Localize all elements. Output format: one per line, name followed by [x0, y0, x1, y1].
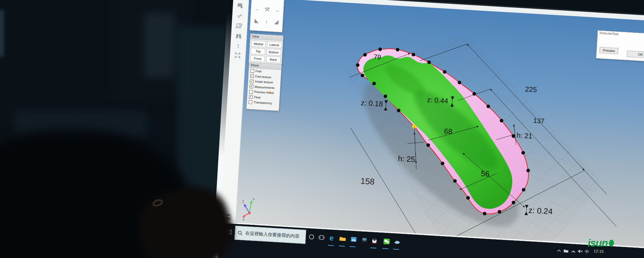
- screen-glare: [235, 99, 422, 234]
- isun-logo: isun: [588, 237, 615, 249]
- open-app-underline: [393, 249, 399, 250]
- pan-right-icon[interactable]: →: [272, 4, 282, 16]
- checkbox[interactable]: ✓: [250, 79, 254, 83]
- qq-chat-icon[interactable]: [370, 236, 379, 245]
- checkbox[interactable]: ✓: [249, 95, 253, 99]
- checkbox[interactable]: ✓: [250, 84, 254, 88]
- photo-of-monitor: { "app": { "nav_pad": { "glyphs": ["↺","…: [0, 0, 644, 258]
- vertical-resize-icon[interactable]: ↕: [230, 41, 246, 51]
- view-front-button[interactable]: Front: [250, 55, 265, 62]
- trim-plane-icon[interactable]: [231, 21, 248, 31]
- show-panel: Show Foot ✓ Foot texture ✓ Insole textur…: [246, 62, 282, 111]
- measure-z-center: z: 0.44: [427, 96, 448, 105]
- tray-folder-icon[interactable]: [564, 249, 569, 254]
- edge-browser-icon[interactable]: e: [327, 234, 336, 243]
- room-lit-panel: [144, 13, 174, 77]
- measure-heel-width: 56: [481, 169, 490, 178]
- checkbox[interactable]: [249, 90, 253, 94]
- isun-foot-glyph: [608, 239, 615, 248]
- task-view-icon[interactable]: [317, 233, 326, 242]
- monitor-screen: 79 225 137 z: 0.18 z: 0.44 68 h: 25 158 …: [217, 0, 644, 258]
- app-icon-misc[interactable]: [393, 237, 402, 246]
- navigation-pad-panel: ↺ ↑ ↻ ← ⚒ → ◣ ↓ ◢: [250, 0, 285, 33]
- room-light-streak: [0, 10, 4, 57]
- search-placeholder: 在這裡輸入你要搜尋的內容: [245, 230, 300, 240]
- measure-diagonal: 137: [533, 117, 545, 125]
- file-explorer-icon[interactable]: [338, 234, 347, 243]
- pan-left-icon[interactable]: ←: [252, 3, 263, 15]
- photos-icon[interactable]: [349, 235, 358, 244]
- stamp-select-tool-icon[interactable]: [232, 1, 249, 11]
- view-bottom-button[interactable]: Bottom: [266, 49, 281, 56]
- open-app-underline: [382, 248, 388, 249]
- measure-toe-width: 79: [373, 53, 381, 61]
- pan-down-icon[interactable]: ↓: [261, 15, 272, 27]
- preview-button[interactable]: Preview: [599, 47, 619, 54]
- taskbar-search-input[interactable]: 在這裡輸入你要搜尋的內容: [234, 225, 306, 244]
- open-app-underline: [370, 247, 376, 248]
- tilt-right-icon[interactable]: ◢: [271, 16, 281, 28]
- search-icon: [238, 231, 243, 236]
- trimlinetool-dialog: TrimLineTool Preview OK: [596, 30, 644, 62]
- tools-center-icon[interactable]: ⚒: [262, 4, 272, 16]
- measure-length: 225: [525, 85, 537, 93]
- view-medial-button[interactable]: Medial: [251, 40, 266, 48]
- measure-height-right: h: 21: [517, 131, 533, 140]
- tray-chevron-icon[interactable]: [557, 248, 561, 253]
- tray-ime-indicator[interactable]: 中: [585, 249, 589, 255]
- tray-network-icon[interactable]: [571, 249, 576, 254]
- cortana-icon[interactable]: [307, 232, 316, 241]
- tray-volume-muted-icon[interactable]: [578, 249, 583, 254]
- tilt-left-icon[interactable]: ◣: [252, 15, 262, 27]
- tray-clock[interactable]: 12:15: [593, 249, 604, 254]
- open-app-underline: [339, 246, 345, 247]
- isun-logo-text: isun: [588, 237, 608, 249]
- insole-pair-icon[interactable]: [231, 31, 247, 42]
- measure-z-heel: z: 0.24: [528, 205, 553, 216]
- checkbox[interactable]: ✓: [250, 74, 254, 78]
- view-top-button[interactable]: Top: [251, 48, 266, 55]
- laptop-app-icon[interactable]: [360, 236, 369, 245]
- view-back-button[interactable]: Back: [266, 56, 281, 63]
- open-app-underline: [328, 245, 334, 246]
- ok-button[interactable]: OK: [627, 51, 644, 59]
- viewport-3d[interactable]: 79 225 137 z: 0.18 z: 0.44 68 h: 25 158 …: [235, 0, 644, 250]
- checkbox[interactable]: [249, 100, 253, 104]
- open-app-underline: [350, 246, 356, 247]
- wechat-icon[interactable]: [382, 237, 391, 246]
- expand-fit-icon[interactable]: [230, 50, 246, 61]
- view-lateral-button[interactable]: Lateral: [267, 41, 282, 49]
- checkbox[interactable]: [250, 69, 254, 73]
- view-panel: View Medial Lateral Top Bottom Front Bac…: [249, 34, 283, 65]
- measure-mid-width: 68: [444, 127, 452, 136]
